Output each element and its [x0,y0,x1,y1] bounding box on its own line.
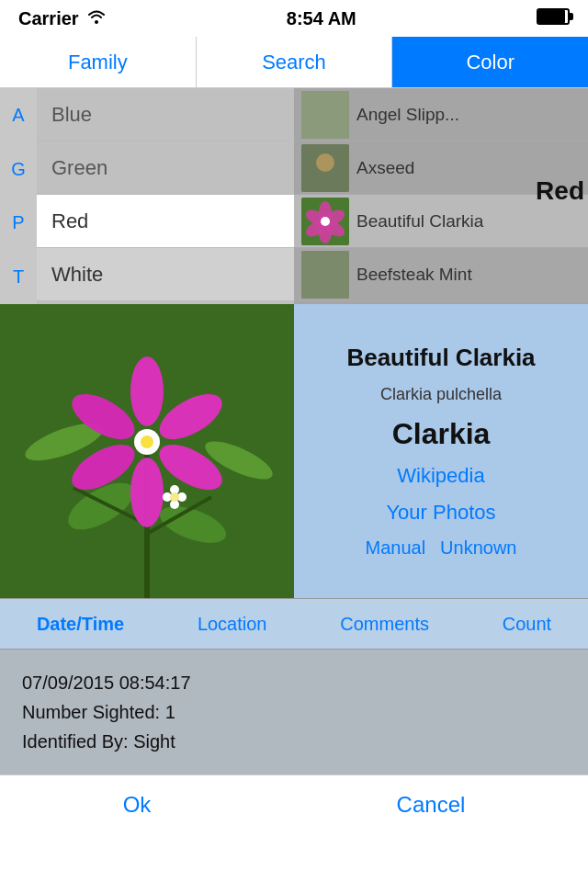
plant-item-mint[interactable]: Beefsteak Mint [294,248,588,301]
index-t[interactable]: T [13,266,24,288]
tab-location[interactable]: Location [198,614,267,635]
plant-item-clarkia[interactable]: Beautiful Clarkia [294,195,588,248]
carrier-label: Carrier [18,8,79,29]
side-index: A G P T [0,88,37,304]
svg-point-0 [95,20,98,24]
detail-info: Beautiful Clarkia Clarkia pulchella Clar… [294,304,588,598]
svg-rect-12 [301,251,349,299]
svg-point-3 [316,153,334,172]
svg-point-11 [321,217,330,226]
unknown-button[interactable]: Unknown [440,537,516,559]
plant-thumb-angel [301,91,349,139]
plant-item-axseed[interactable]: Axseed [294,141,588,195]
wifi-icon [86,8,107,29]
plant-list-overlay: Angel Slipp... Axseed [294,88,588,304]
wikipedia-link[interactable]: Wikipedia [397,464,484,488]
tab-bar: Family Search Color [0,37,588,88]
tab-comments[interactable]: Comments [340,614,429,635]
info-line-1: 07/09/2015 08:54:17 [22,668,566,697]
tab-color[interactable]: Color [392,37,588,87]
svg-point-25 [130,458,164,527]
svg-point-22 [130,356,164,426]
bottom-tab-bar: Date/Time Location Comments Count [0,598,588,650]
svg-point-29 [141,435,153,448]
scientific-name: Clarkia pulchella [380,385,502,404]
detail-panel: Beautiful Clarkia Clarkia pulchella Clar… [0,304,588,598]
genus: Clarkia [392,417,491,451]
clock: 8:54 AM [287,8,356,29]
battery-icon [537,8,570,25]
index-p[interactable]: P [12,212,24,233]
status-bar: Carrier 8:54 AM [0,0,588,37]
action-bar: Ok Cancel [0,775,588,833]
tab-datetime[interactable]: Date/Time [37,614,124,635]
plant-thumb-mint [301,251,349,299]
tab-family[interactable]: Family [0,37,197,87]
plant-thumb-axseed [301,144,349,192]
tab-count[interactable]: Count [503,614,551,635]
index-g[interactable]: G [11,159,26,180]
info-line-3: Identified By: Sight [22,727,566,756]
plant-thumb-clarkia [301,198,349,245]
info-panel: 07/09/2015 08:54:17 Number Sighted: 1 Id… [0,650,588,775]
plant-item-angel[interactable]: Angel Slipp... [294,88,588,141]
svg-point-34 [170,492,179,502]
plant-thumb-beefsteak [301,304,349,305]
ok-button[interactable]: Ok [123,792,152,818]
svg-rect-13 [301,304,349,305]
common-name: Beautiful Clarkia [346,344,535,372]
your-photos-link[interactable]: Your Photos [386,501,495,525]
tab-search[interactable]: Search [197,37,393,87]
svg-rect-1 [301,91,349,139]
cancel-button[interactable]: Cancel [397,792,466,818]
detail-photo [0,304,294,598]
info-line-2: Number Sighted: 1 [22,697,566,727]
plant-item-beefsteak[interactable]: Beefsteak Plant [294,301,588,304]
index-a[interactable]: A [12,105,24,126]
color-list: A G P T Blue Green Red White Yellow Ange… [0,88,588,304]
manual-button[interactable]: Manual [366,537,426,559]
